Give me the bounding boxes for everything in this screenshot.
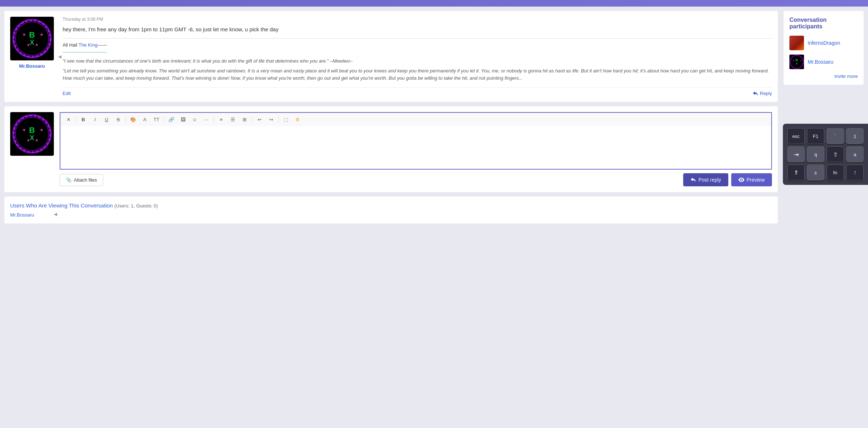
toolbar-sep5	[252, 116, 252, 123]
invite-more-link[interactable]: Invite more	[789, 74, 858, 79]
toolbar-table-btn[interactable]: ⊞	[239, 114, 250, 124]
top-bar	[0, 0, 868, 7]
message-divider	[63, 38, 772, 39]
preview-button[interactable]: Preview	[731, 173, 772, 186]
key-tab[interactable]: ⇥	[787, 146, 805, 162]
key-s[interactable]: s	[807, 165, 824, 181]
svg-text:★: ★	[27, 138, 30, 142]
svg-text:X: X	[30, 134, 34, 142]
toolbar-align-btn[interactable]: ≡	[216, 114, 226, 124]
viewing-title-text: Users Who Are Viewing This Conversation	[10, 202, 113, 209]
reply-icon	[753, 91, 758, 96]
preview-icon	[738, 178, 744, 182]
svg-text:B: B	[29, 30, 35, 39]
svg-text:★: ★	[27, 43, 30, 47]
key-esc[interactable]: esc	[787, 128, 805, 144]
toolbar-strike-btn[interactable]: S	[113, 114, 123, 124]
svg-text:★: ★	[35, 43, 39, 47]
key-caps[interactable]: ⇑	[787, 165, 805, 181]
svg-text:X: X	[30, 39, 34, 46]
participants-title: Conversation participants	[789, 17, 858, 30]
svg-text:B: B	[796, 58, 798, 62]
toolbar-redo-btn[interactable]: ↪	[266, 114, 276, 124]
preview-label: Preview	[746, 177, 765, 183]
key-1[interactable]: 1	[846, 128, 864, 144]
toolbar-sep1	[76, 116, 76, 123]
svg-text:★: ★	[22, 32, 26, 37]
editor-toolbar: ✕ B I U S 🎨 A TT 🔗 🖼 ☺ ··· ≡	[60, 112, 772, 126]
key-f1[interactable]: F1	[807, 128, 824, 144]
viewing-title: Users Who Are Viewing This Conversation …	[10, 202, 772, 209]
editor-back-arrow-icon[interactable]: ◂	[54, 210, 57, 218]
key-fn[interactable]: fn	[827, 165, 844, 181]
svg-text:X: X	[796, 62, 798, 65]
toolbar-sep6	[278, 116, 279, 123]
attach-files-label: Attach files	[74, 177, 97, 183]
reply-editor-container: B X ★ ★ ★ ★ ◂ ✕ B I U	[4, 106, 778, 192]
signature-dashes: ----------------------------	[63, 49, 772, 55]
participant-item-inferno: InfernoDragon	[789, 36, 858, 50]
toolbar-sep2	[126, 116, 126, 123]
toolbar-color-btn[interactable]: 🎨	[128, 114, 138, 124]
reply-text-editor[interactable]	[60, 126, 772, 170]
toolbar-image-btn[interactable]: 🖼	[178, 114, 188, 124]
toolbar-font-btn[interactable]: A	[140, 114, 150, 124]
signature-line1: All Hail The King------	[63, 42, 772, 48]
viewing-user-item[interactable]: Mr.Bossaru	[10, 212, 772, 218]
toolbar-list-btn[interactable]: ☰	[228, 114, 238, 124]
toolbar-underline-btn[interactable]: U	[101, 114, 112, 124]
message-content: Thursday at 3:08 PM hey there, I'm free …	[60, 17, 772, 96]
message-text: hey there, I'm free any day from 1pm to …	[63, 25, 772, 34]
signature-king: The King	[79, 42, 97, 48]
participant-avatar-inferno	[789, 36, 804, 50]
participant-avatar-bossaru: B X ★ ★	[789, 55, 804, 69]
viewing-count: (Users: 1, Guests: 0)	[114, 203, 158, 209]
post-username[interactable]: Mr.Bossaru	[19, 63, 45, 69]
key-q[interactable]: q	[807, 146, 824, 162]
toolbar-undo-btn[interactable]: ↩	[254, 114, 264, 124]
key-shift-left[interactable]: ⇧	[827, 146, 844, 162]
svg-text:B: B	[29, 126, 35, 135]
editor-actions: Post reply Preview	[683, 173, 772, 186]
message-post: B X ★ ★ ★ ★ Mr.Bossaru ◂ Thursday at 3:0…	[4, 11, 778, 102]
toolbar-size-btn[interactable]: TT	[151, 114, 162, 124]
key-a[interactable]: a	[846, 146, 864, 162]
avatar-area: B X ★ ★ ★ ★ Mr.Bossaru	[10, 17, 54, 69]
paperclip-icon: 📎	[66, 177, 72, 183]
edit-button[interactable]: Edit	[63, 91, 71, 96]
signature-dashes-inline: ------	[97, 42, 107, 48]
post-reply-button[interactable]: Post reply	[683, 173, 728, 186]
participant-name-bossaru[interactable]: Mr.Bossaru	[808, 59, 833, 65]
svg-text:★: ★	[40, 32, 44, 37]
signature-quote2: ''Let me tell you something you already …	[63, 67, 772, 82]
toolbar-eraser-btn[interactable]: ✕	[63, 114, 73, 124]
toolbar-link-btn[interactable]: 🔗	[166, 114, 176, 124]
attach-files-button[interactable]: 📎 Attach files	[60, 174, 103, 186]
toolbar-sep4	[214, 116, 214, 123]
svg-text:★: ★	[40, 127, 44, 132]
reply-label: Reply	[760, 91, 772, 96]
reply-button[interactable]: Reply	[753, 91, 772, 96]
back-arrow-icon[interactable]: ◂	[58, 52, 61, 60]
post-reply-label: Post reply	[698, 177, 721, 183]
toolbar-emoji-btn[interactable]: ☺	[190, 114, 200, 124]
reply-user-avatar: B X ★ ★ ★ ★	[10, 112, 54, 156]
key-backtick[interactable]: `	[827, 128, 844, 144]
toolbar-italic-btn[interactable]: I	[90, 114, 100, 124]
participants-box: Conversation participants InfernoDragon …	[784, 11, 864, 85]
key-up[interactable]: ↑	[846, 165, 864, 181]
toolbar-bold-btn[interactable]: B	[78, 114, 88, 124]
toolbar-settings-btn[interactable]: ⚙	[292, 114, 303, 124]
svg-text:★: ★	[22, 127, 26, 132]
message-actions: Edit Reply	[63, 87, 772, 96]
reply-avatar-area: B X ★ ★ ★ ★	[10, 112, 54, 156]
keyboard-overlay: esc F1 ` 1 ⇥ q ⇧ a ⇑ s fn ↑	[783, 124, 868, 185]
toolbar-sep3	[164, 116, 164, 123]
message-timestamp: Thursday at 3:08 PM	[63, 17, 772, 22]
toolbar-box-btn[interactable]: ⬚	[281, 114, 291, 124]
conversation-area: B X ★ ★ ★ ★ Mr.Bossaru ◂ Thursday at 3:0…	[4, 11, 778, 223]
editor-footer: 📎 Attach files Post reply	[60, 173, 772, 186]
participant-name-inferno[interactable]: InfernoDragon	[808, 40, 840, 46]
toolbar-more-btn[interactable]: ···	[201, 114, 211, 124]
signature-quote1: "I see now that the circumstances of one…	[63, 58, 772, 65]
